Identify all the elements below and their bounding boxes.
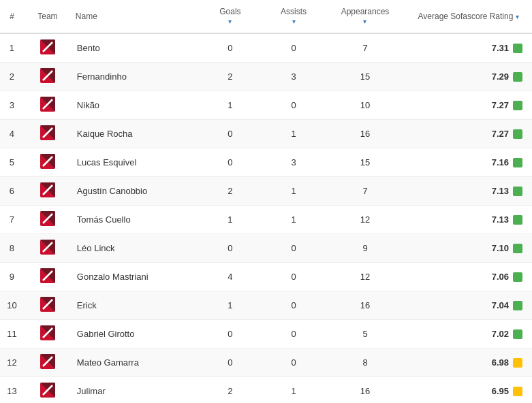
rating-value: 7.29 <box>487 71 509 82</box>
team-logo-icon <box>40 383 55 398</box>
cell-rating: 7.29 <box>405 63 532 91</box>
col-rank: # <box>0 0 24 33</box>
cell-assists: 1 <box>262 377 326 404</box>
cell-assists: 1 <box>262 120 326 148</box>
col-goals[interactable]: Goals ▾ <box>198 0 262 33</box>
col-name: Name <box>72 0 198 33</box>
team-logo-icon <box>40 211 55 226</box>
assists-label: Assists <box>281 7 307 16</box>
table-row: 11 Gabriel Girotto005 7.02 <box>0 320 532 349</box>
rating-indicator <box>513 72 522 82</box>
team-logo-icon <box>40 68 55 83</box>
cell-rank: 5 <box>0 148 24 177</box>
cell-assists: 0 <box>262 263 326 291</box>
rating-value: 7.13 <box>487 186 509 196</box>
col-appearances[interactable]: Appearances ▾ <box>326 0 405 33</box>
col-assists[interactable]: Assists ▾ <box>262 0 326 33</box>
cell-appearances: 12 <box>326 263 405 291</box>
cell-assists: 3 <box>262 63 326 91</box>
cell-appearances: 16 <box>326 291 405 320</box>
cell-rank: 7 <box>0 206 24 234</box>
cell-team <box>24 320 72 349</box>
col-rating[interactable]: Average Sofascore Rating ▾ <box>405 0 532 33</box>
goals-label: Goals <box>219 7 240 16</box>
team-logo-icon <box>40 325 55 340</box>
cell-team <box>24 63 72 91</box>
rating-value: 6.95 <box>487 386 509 396</box>
team-logo-icon <box>40 182 55 197</box>
cell-appearances: 16 <box>326 377 405 404</box>
cell-name: Erick <box>72 291 198 320</box>
cell-goals: 0 <box>198 320 262 349</box>
cell-appearances: 7 <box>326 33 405 63</box>
appearances-label: Appearances <box>341 7 390 16</box>
table-row: 6 Agustín Canobbio217 7.13 <box>0 177 532 206</box>
cell-name: Tomás Cuello <box>72 206 198 234</box>
cell-assists: 3 <box>262 148 326 177</box>
table-row: 9 Gonzalo Mastriani4012 7.06 <box>0 263 532 291</box>
cell-team <box>24 91 72 120</box>
rating-value: 7.31 <box>487 43 509 53</box>
cell-rating: 6.98 <box>405 349 532 377</box>
cell-name: Fernandinho <box>72 63 198 91</box>
cell-goals: 2 <box>198 377 262 404</box>
rating-indicator <box>513 358 522 368</box>
cell-appearances: 7 <box>326 177 405 206</box>
col-team: Team <box>24 0 72 33</box>
cell-appearances: 5 <box>326 320 405 349</box>
cell-rating: 7.04 <box>405 291 532 320</box>
cell-appearances: 9 <box>326 234 405 263</box>
cell-goals: 0 <box>198 148 262 177</box>
rating-label: Average Sofascore Rating <box>418 12 514 21</box>
appearances-sort-arrow[interactable]: ▾ <box>363 18 366 25</box>
table-row: 10 Erick1016 7.04 <box>0 291 532 320</box>
table-row: 4 Kaique Rocha0116 7.27 <box>0 120 532 148</box>
cell-team <box>24 263 72 291</box>
stats-table: # Team Name Goals ▾ Assists ▾ Appearance… <box>0 0 532 403</box>
cell-rating: 7.10 <box>405 234 532 263</box>
cell-rank: 2 <box>0 63 24 91</box>
assists-sort-arrow[interactable]: ▾ <box>292 18 296 25</box>
team-logo-icon <box>40 297 55 312</box>
cell-team <box>24 206 72 234</box>
cell-assists: 1 <box>262 177 326 206</box>
team-logo-icon <box>40 39 55 54</box>
cell-team <box>24 234 72 263</box>
rating-value: 7.13 <box>487 214 509 225</box>
team-logo-icon <box>40 240 55 255</box>
cell-goals: 2 <box>198 177 262 206</box>
rating-indicator <box>513 129 522 139</box>
cell-assists: 0 <box>262 291 326 320</box>
cell-name: Gonzalo Mastriani <box>72 263 198 291</box>
rating-indicator <box>513 187 522 196</box>
table-row: 3 Nikão1010 7.27 <box>0 91 532 120</box>
goals-sort-arrow[interactable]: ▾ <box>228 18 232 25</box>
rating-value: 6.98 <box>487 357 509 368</box>
cell-team <box>24 377 72 404</box>
rating-value: 7.10 <box>487 243 509 253</box>
rating-value: 7.16 <box>487 157 509 167</box>
table-row: 8 Léo Linck009 7.10 <box>0 234 532 263</box>
team-logo-icon <box>40 97 55 112</box>
table-row: 5 Lucas Esquivel0315 7.16 <box>0 148 532 177</box>
cell-team <box>24 291 72 320</box>
cell-appearances: 8 <box>326 349 405 377</box>
cell-appearances: 12 <box>326 206 405 234</box>
cell-rating: 7.13 <box>405 177 532 206</box>
cell-rank: 11 <box>0 320 24 349</box>
rating-value: 7.04 <box>487 300 509 310</box>
rating-value: 7.27 <box>487 100 509 110</box>
cell-name: Gabriel Girotto <box>72 320 198 349</box>
cell-name: Agustín Canobbio <box>72 177 198 206</box>
cell-rank: 4 <box>0 120 24 148</box>
rating-sort-arrow[interactable]: ▾ <box>516 13 519 20</box>
cell-goals: 0 <box>198 120 262 148</box>
rating-indicator <box>513 101 522 110</box>
cell-goals: 0 <box>198 349 262 377</box>
cell-assists: 0 <box>262 349 326 377</box>
cell-appearances: 10 <box>326 91 405 120</box>
rating-indicator <box>513 44 522 53</box>
table-row: 1 Bento007 7.31 <box>0 33 532 63</box>
team-logo-icon <box>40 154 55 169</box>
cell-rank: 1 <box>0 33 24 63</box>
